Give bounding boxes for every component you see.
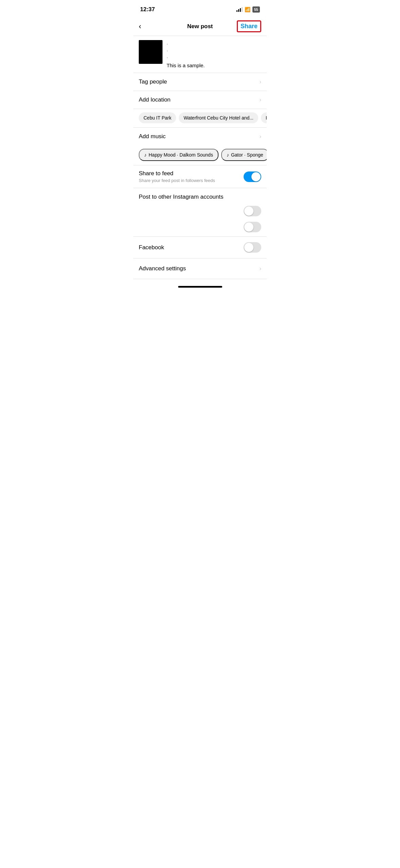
other-accounts-title-row: Post to other Instagram accounts	[133, 188, 267, 203]
post-preview: · · · This is a sample.	[133, 36, 267, 73]
post-caption-text: This is a sample.	[167, 62, 205, 68]
account-2-toggle-thumb	[244, 222, 253, 232]
caption-dots: · · ·	[167, 41, 261, 60]
account-1-toggle-thumb	[244, 206, 253, 216]
post-thumbnail	[139, 40, 163, 64]
add-music-chevron: ›	[260, 133, 261, 140]
tag-people-row[interactable]: Tag people ›	[133, 73, 267, 91]
location-chips-container: Cebu IT Park Waterfront Cebu City Hotel …	[133, 109, 267, 128]
music-chip-2-label: Gator · Sponge	[231, 152, 263, 158]
share-to-feed-toggle-thumb	[251, 172, 261, 181]
nav-header: ‹ New post Share	[133, 17, 267, 36]
page-title: New post	[187, 23, 213, 30]
wifi-icon: 📶	[245, 7, 250, 12]
back-button[interactable]: ‹	[139, 22, 152, 31]
home-bar	[178, 286, 222, 288]
add-music-row[interactable]: Add music ›	[133, 128, 267, 145]
tag-people-chevron: ›	[260, 79, 261, 85]
music-chips-container: ♪ Happy Mood · Dalkom Sounds ♪ Gator · S…	[133, 145, 267, 165]
account-2-toggle[interactable]	[244, 222, 261, 232]
facebook-label: Facebook	[139, 244, 164, 251]
music-note-2: ♪	[227, 152, 229, 158]
other-accounts-section: Post to other Instagram accounts	[133, 188, 267, 237]
share-to-feed-subtitle: Share your feed post in followers feeds	[139, 178, 244, 183]
status-bar: 12:37 📶 55	[133, 0, 267, 17]
add-location-row[interactable]: Add location ›	[133, 91, 267, 109]
post-caption-area: · · · This is a sample.	[167, 40, 261, 69]
battery-icon: 55	[252, 6, 260, 13]
music-section: Add music › ♪ Happy Mood · Dalkom Sounds…	[133, 128, 267, 165]
facebook-toggle-thumb	[244, 243, 253, 252]
share-to-feed-row: Share to feed Share your feed post in fo…	[133, 165, 267, 188]
account-toggle-row-1	[133, 203, 267, 219]
advanced-settings-label: Advanced settings	[139, 265, 186, 272]
add-music-label: Add music	[139, 133, 166, 140]
dot-1: ·	[167, 41, 261, 47]
facebook-toggle[interactable]	[244, 242, 261, 253]
account-1-toggle[interactable]	[244, 206, 261, 216]
music-chip-1[interactable]: ♪ Happy Mood · Dalkom Sounds	[139, 149, 218, 161]
home-indicator	[133, 279, 267, 291]
music-chip-2[interactable]: ♪ Gator · Sponge	[221, 149, 267, 161]
add-location-chevron: ›	[260, 97, 261, 103]
account-toggle-row-2	[133, 219, 267, 235]
location-chip-2[interactable]: Waterfront Cebu City Hotel and...	[179, 112, 258, 123]
share-to-feed-toggle[interactable]	[244, 171, 261, 182]
music-chip-1-label: Happy Mood · Dalkom Sounds	[149, 152, 213, 158]
facebook-row: Facebook	[133, 237, 267, 258]
share-to-feed-title: Share to feed	[139, 170, 244, 177]
music-note-1: ♪	[144, 152, 147, 158]
status-icons: 📶 55	[236, 6, 260, 13]
tag-people-label: Tag people	[139, 78, 167, 85]
dot-3: ·	[167, 55, 261, 60]
status-time: 12:37	[140, 6, 155, 13]
location-chip-3[interactable]: IT	[261, 112, 267, 123]
location-chip-1[interactable]: Cebu IT Park	[139, 112, 176, 123]
add-location-label: Add location	[139, 96, 171, 103]
dot-2: ·	[167, 48, 261, 54]
advanced-settings-chevron: ›	[260, 266, 261, 272]
share-to-feed-content: Share to feed Share your feed post in fo…	[139, 170, 244, 183]
share-button[interactable]: Share	[237, 20, 261, 32]
advanced-settings-row[interactable]: Advanced settings ›	[133, 258, 267, 279]
other-accounts-title: Post to other Instagram accounts	[139, 194, 223, 200]
signal-icon	[236, 7, 243, 12]
